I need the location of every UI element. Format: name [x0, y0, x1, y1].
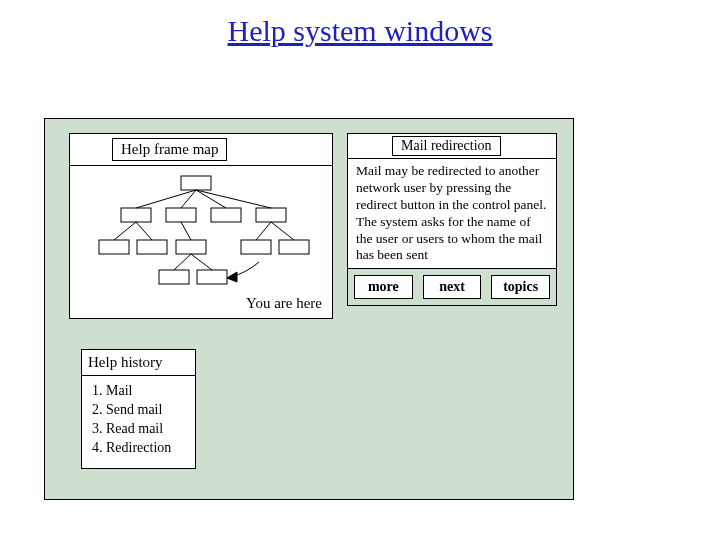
mail-redirection-body: Mail may be redirected to another networ… [348, 159, 556, 268]
more-button[interactable]: more [354, 275, 413, 299]
you-are-here-label: You are here [246, 295, 322, 312]
svg-line-14 [196, 190, 226, 208]
svg-line-19 [256, 222, 271, 240]
svg-line-22 [191, 254, 212, 270]
mail-redirection-window: Mail redirection Mail may be redirected … [347, 133, 557, 306]
topics-button[interactable]: topics [491, 275, 550, 299]
item-label: Redirection [106, 440, 171, 455]
svg-rect-6 [137, 240, 167, 254]
help-frame-map-window: Help frame map [69, 133, 333, 319]
item-number: 2. [92, 402, 103, 417]
svg-rect-9 [279, 240, 309, 254]
svg-rect-5 [99, 240, 129, 254]
svg-line-20 [271, 222, 294, 240]
tree-diagram-icon [81, 170, 321, 290]
next-button[interactable]: next [423, 275, 482, 299]
item-number: 1. [92, 383, 103, 398]
svg-marker-23 [227, 272, 237, 282]
svg-line-18 [181, 222, 191, 240]
help-history-list: 1. Mail 2. Send mail 3. Read mail 4. Red… [82, 376, 195, 468]
divider [70, 165, 332, 166]
item-label: Read mail [106, 421, 163, 436]
list-item[interactable]: 4. Redirection [92, 439, 189, 458]
main-panel: Help frame map [44, 118, 574, 500]
list-item[interactable]: 1. Mail [92, 382, 189, 401]
help-frame-map-title: Help frame map [112, 138, 227, 161]
svg-rect-0 [181, 176, 211, 190]
list-item[interactable]: 2. Send mail [92, 401, 189, 420]
svg-rect-4 [256, 208, 286, 222]
page-title: Help system windows [0, 0, 720, 48]
help-history-window: Help history 1. Mail 2. Send mail 3. Rea… [81, 349, 196, 469]
item-number: 4. [92, 440, 103, 455]
list-item[interactable]: 3. Read mail [92, 420, 189, 439]
svg-line-17 [136, 222, 152, 240]
svg-rect-10 [159, 270, 189, 284]
svg-rect-3 [211, 208, 241, 222]
mail-redirection-title: Mail redirection [392, 136, 501, 156]
svg-rect-1 [121, 208, 151, 222]
svg-line-12 [136, 190, 196, 208]
item-label: Mail [106, 383, 132, 398]
svg-line-15 [196, 190, 271, 208]
item-label: Send mail [106, 402, 162, 417]
help-history-title: Help history [82, 350, 195, 375]
svg-rect-11 [197, 270, 227, 284]
svg-rect-7 [176, 240, 206, 254]
svg-line-16 [114, 222, 136, 240]
svg-rect-8 [241, 240, 271, 254]
svg-rect-2 [166, 208, 196, 222]
item-number: 3. [92, 421, 103, 436]
svg-line-21 [174, 254, 191, 270]
mail-button-bar: more next topics [348, 269, 556, 305]
